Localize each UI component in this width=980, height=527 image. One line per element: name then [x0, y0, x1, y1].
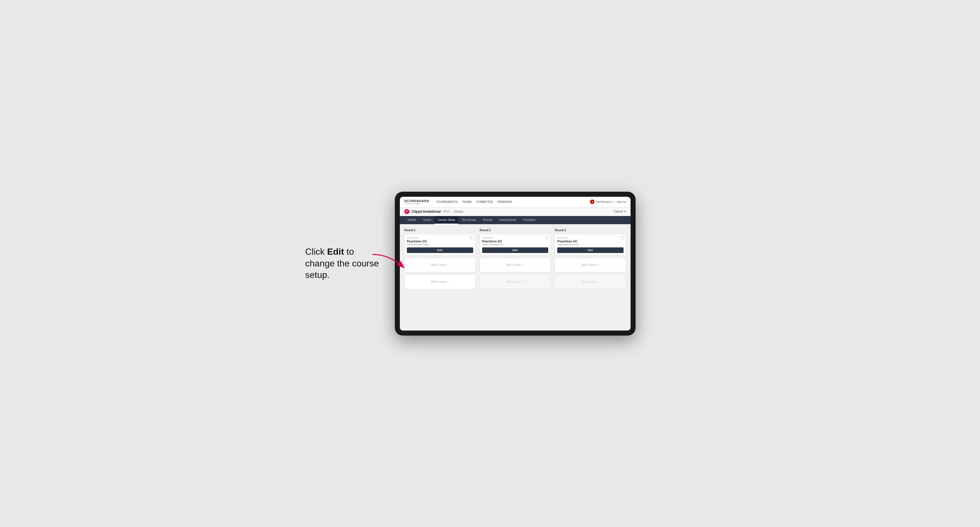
round-1-edit-button[interactable]: Edit [407, 248, 473, 253]
round-2-course-name: Peachtree GC [482, 240, 549, 243]
hosting-badge: Hosting [452, 210, 465, 213]
tournament-left: C Clippd Invitational (Men) Hosting [404, 209, 465, 214]
nav-separator: | [615, 200, 615, 203]
round-1-add-course-2[interactable]: Add Course + [404, 275, 476, 289]
round-3-course-card: ✕ (Course A) Peachtree GC Yellow (M) (66… [555, 234, 626, 256]
logo-scoreboard: SCOREBOARD [404, 199, 429, 203]
tab-results[interactable]: Results [480, 216, 496, 224]
round-3-course-name: Peachtree GC [557, 240, 624, 243]
nav-rankings[interactable]: RANKINGS [498, 200, 512, 204]
round-1-course-details: Yellow (M) (6629 yds) [407, 243, 473, 246]
round-3-course-details: Yellow (M) (6629 yds) [557, 243, 624, 246]
cancel-button[interactable]: Cancel ✕ [614, 210, 626, 213]
tournament-name: Clippd Invitational [412, 210, 441, 214]
round-2-label: Round 2 [480, 229, 551, 232]
round-2-course-details: Yellow (M) (6629 yds) [482, 243, 549, 246]
round-2-course-tag: (Course A) [482, 237, 549, 239]
logo-sub: Powered by clippd [404, 203, 429, 205]
round-3-label: Round 3 [555, 229, 626, 232]
top-nav: SCOREBOARD Powered by clippd TOURNAMENTS… [400, 197, 630, 207]
c-logo: C [404, 209, 409, 214]
tab-details[interactable]: Details [404, 216, 420, 224]
user-email: blair@clippd.io [596, 200, 612, 203]
rounds-grid: Round 1 ✕ (Course A) Peachtree GC Yellow… [404, 229, 626, 291]
round-2-add-course-1[interactable]: Add Course + [480, 258, 551, 272]
tab-leaderboards[interactable]: Leaderboards [496, 216, 520, 224]
sign-out-link[interactable]: Sign out [617, 200, 626, 203]
nav-committee[interactable]: COMMITTEE [476, 200, 493, 204]
logo-area: SCOREBOARD Powered by clippd [404, 199, 429, 205]
tablet-frame: SCOREBOARD Powered by clippd TOURNAMENTS… [395, 192, 636, 336]
round-3-add-course-1[interactable]: Add Course + [555, 258, 626, 272]
tab-course-setup[interactable]: Course Setup [434, 216, 458, 224]
round-1-delete-icon[interactable]: ✕ [470, 236, 474, 240]
tab-teams[interactable]: Teams [420, 216, 434, 224]
round-2-course-card: ✕ (Course A) Peachtree GC Yellow (M) (66… [480, 234, 551, 256]
tab-printables[interactable]: Printables [520, 216, 539, 224]
round-1-course-card: ✕ (Course A) Peachtree GC Yellow (M) (66… [404, 234, 476, 256]
round-3-delete-icon[interactable]: ✕ [620, 236, 624, 240]
round-1-course-tag: (Course A) [407, 237, 473, 239]
arrow-icon [372, 252, 406, 274]
round-3-add-course-2: Add Course + [555, 275, 626, 289]
round-2-add-course-2: Add Course + [480, 275, 551, 289]
sub-tabs: Details Teams Course Setup Tee Groups Re… [400, 216, 630, 224]
tournament-header: C Clippd Invitational (Men) Hosting Canc… [400, 207, 630, 216]
round-2-delete-icon[interactable]: ✕ [545, 236, 549, 240]
round-2-column: Round 2 ✕ (Course A) Peachtree GC Yellow… [480, 229, 551, 291]
round-1-add-course-1[interactable]: Add Course + [404, 258, 476, 272]
nav-teams[interactable]: TEAMS [462, 200, 472, 204]
tournament-gender: (Men) [443, 210, 450, 213]
round-1-column: Round 1 ✕ (Course A) Peachtree GC Yellow… [404, 229, 476, 291]
nav-right: B blair@clippd.io | Sign out [590, 200, 626, 204]
nav-links: TOURNAMENTS TEAMS COMMITTEE RANKINGS [436, 200, 590, 204]
annotation-text: Click Edit to change the course setup. [305, 246, 383, 281]
content-area: Round 1 ✕ (Course A) Peachtree GC Yellow… [400, 224, 630, 330]
user-avatar: B [590, 200, 595, 204]
tablet-screen: SCOREBOARD Powered by clippd TOURNAMENTS… [400, 197, 630, 330]
round-2-edit-button[interactable]: Edit [482, 248, 549, 253]
round-3-course-tag: (Course A) [557, 237, 624, 239]
nav-tournaments[interactable]: TOURNAMENTS [436, 200, 458, 204]
tab-tee-groups[interactable]: Tee Groups [458, 216, 480, 224]
round-1-course-name: Peachtree GC [407, 240, 473, 243]
round-3-column: Round 3 ✕ (Course A) Peachtree GC Yellow… [555, 229, 626, 291]
round-1-label: Round 1 [404, 229, 476, 232]
round-3-edit-button[interactable]: Edit [557, 248, 624, 253]
